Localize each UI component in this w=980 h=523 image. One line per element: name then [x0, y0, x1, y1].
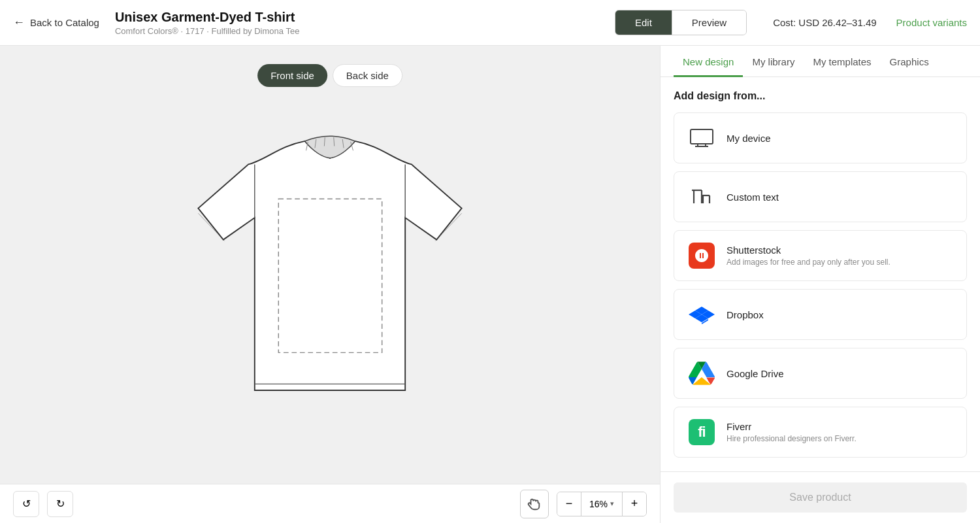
preview-button[interactable]: Preview	[672, 10, 746, 35]
product-title: Unisex Garment-Dyed T-shirt	[115, 10, 615, 25]
save-section: Save product	[661, 471, 980, 523]
pan-tool-button[interactable]	[520, 490, 549, 518]
bottom-toolbar: ↺ ↻ − 16% ▾ +	[0, 484, 660, 523]
option-google-drive-title: Google Drive	[727, 368, 953, 379]
edit-preview-toggle: Edit Preview	[615, 10, 747, 35]
zoom-dropdown-icon[interactable]: ▾	[610, 499, 614, 508]
monitor-icon	[687, 124, 716, 152]
side-tabs: Front side Back side	[257, 64, 402, 87]
tab-new-design[interactable]: New design	[674, 46, 743, 77]
panel-content: Add design from... My device	[661, 77, 980, 471]
back-arrow-icon: ←	[13, 16, 25, 29]
product-variants-link[interactable]: Product variants	[896, 17, 967, 28]
canvas-area: Front side Back side	[0, 46, 660, 523]
svg-rect-11	[691, 129, 713, 144]
option-custom-text[interactable]: Custom text	[674, 171, 967, 222]
zoom-out-button[interactable]: −	[557, 492, 581, 516]
zoom-in-button[interactable]: +	[623, 492, 646, 516]
zoom-controls: − 16% ▾ +	[557, 492, 647, 516]
fiverr-icon: fi	[687, 418, 716, 447]
save-product-button[interactable]: Save product	[674, 482, 967, 513]
option-custom-text-title: Custom text	[727, 192, 953, 203]
header: ← Back to Catalog Unisex Garment-Dyed T-…	[0, 0, 980, 46]
option-shutterstock-title: Shutterstock	[727, 245, 953, 256]
option-google-drive[interactable]: Google Drive	[674, 348, 967, 399]
option-my-device-text: My device	[727, 133, 953, 144]
product-subtitle: Comfort Colors® · 1717 · Fulfilled by Di…	[115, 26, 615, 36]
main-content: Front side Back side	[0, 46, 980, 523]
tab-graphics[interactable]: Graphics	[881, 46, 938, 77]
google-drive-icon	[687, 359, 716, 388]
panel-tabs: New design My library My templates Graph…	[661, 46, 980, 77]
option-fiverr-title: Fiverr	[727, 421, 953, 432]
tab-my-library[interactable]: My library	[743, 46, 804, 77]
option-custom-text-text: Custom text	[727, 192, 953, 203]
option-fiverr-text: Fiverr Hire professional designers on Fi…	[727, 421, 953, 443]
tab-my-templates[interactable]: My templates	[804, 46, 880, 77]
right-panel: New design My library My templates Graph…	[660, 46, 980, 523]
redo-button[interactable]: ↻	[47, 491, 73, 517]
edit-button[interactable]: Edit	[615, 10, 672, 35]
add-design-label: Add design from...	[674, 90, 967, 102]
option-shutterstock-sub: Add images for free and pay only after y…	[727, 258, 953, 267]
tshirt-container	[0, 46, 660, 484]
option-my-device[interactable]: My device	[674, 112, 967, 163]
option-dropbox-text: Dropbox	[727, 309, 953, 320]
option-shutterstock[interactable]: Shutterstock Add images for free and pay…	[674, 230, 967, 281]
text-icon	[687, 182, 716, 211]
tshirt-svg	[173, 101, 487, 428]
zoom-value-display: 16% ▾	[581, 492, 623, 516]
back-side-tab[interactable]: Back side	[333, 64, 402, 87]
dropbox-icon	[687, 300, 716, 329]
option-my-device-title: My device	[727, 133, 953, 144]
hand-icon	[527, 497, 542, 511]
option-google-drive-text: Google Drive	[727, 368, 953, 379]
option-fiverr[interactable]: fi Fiverr Hire professional designers on…	[674, 407, 967, 458]
option-fiverr-sub: Hire professional designers on Fiverr.	[727, 434, 953, 443]
front-side-tab[interactable]: Front side	[257, 64, 327, 87]
undo-button[interactable]: ↺	[13, 491, 39, 517]
option-dropbox-title: Dropbox	[727, 309, 953, 320]
shutterstock-icon	[687, 241, 716, 270]
option-dropbox[interactable]: Dropbox	[674, 289, 967, 340]
product-info: Unisex Garment-Dyed T-shirt Comfort Colo…	[115, 10, 615, 36]
back-to-catalog-link[interactable]: ← Back to Catalog	[13, 16, 99, 29]
cost-display: Cost: USD 26.42–31.49	[773, 17, 876, 28]
option-shutterstock-text: Shutterstock Add images for free and pay…	[727, 245, 953, 267]
back-label: Back to Catalog	[30, 17, 99, 28]
